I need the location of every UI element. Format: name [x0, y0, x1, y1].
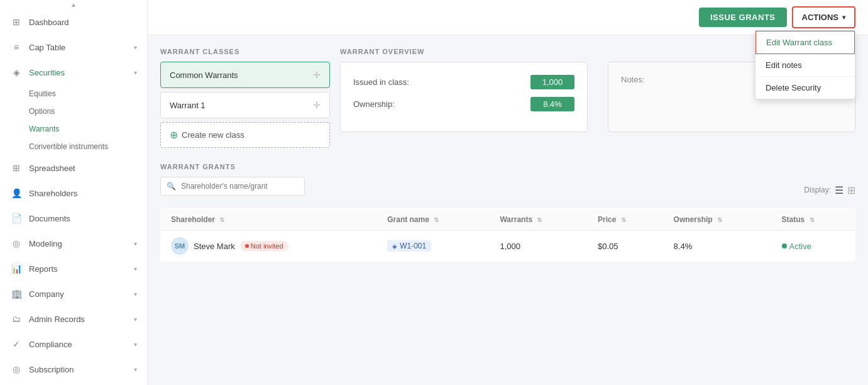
- sidebar-sub-convertible[interactable]: Convertible instruments: [29, 138, 147, 155]
- sidebar-item-spreadsheet[interactable]: ⊞ Spreadsheet: [0, 155, 147, 181]
- search-icon: 🔍: [167, 182, 176, 191]
- col-status[interactable]: Status ⇅: [772, 209, 855, 231]
- sort-icon: ⇅: [434, 216, 439, 223]
- list-view-button[interactable]: ☰: [835, 184, 843, 196]
- sidebar-item-securities[interactable]: ◈ Securities ▾: [0, 60, 147, 85]
- invite-status-badge: Not invited: [240, 241, 288, 251]
- sidebar-item-cap-table[interactable]: ≡ Cap Table ▾: [0, 35, 147, 60]
- shareholder-cell: SM Steve Mark Not invited: [161, 231, 378, 262]
- ownership-label: Ownership:: [353, 99, 530, 109]
- grants-table-body: SM Steve Mark Not invited ◈: [161, 231, 855, 262]
- scroll-up[interactable]: ▲: [0, 0, 147, 9]
- sidebar-item-label: Shareholders: [29, 189, 137, 198]
- sidebar-item-label: Modeling: [29, 239, 134, 248]
- sort-icon: ⇅: [219, 216, 224, 223]
- warrant-top-row: WARRANT CLASSES Common Warrants ✛ Warran…: [160, 48, 855, 148]
- class-label: Common Warrants: [170, 70, 238, 80]
- actions-dropdown: Edit Warrant class Edit notes Delete Sec…: [755, 30, 855, 99]
- create-class-label: Create new class: [182, 130, 244, 140]
- chevron-icon: ▾: [134, 44, 137, 51]
- company-icon: 🏢: [10, 287, 23, 300]
- status-dot: [245, 244, 249, 248]
- actions-label: ACTIONS: [802, 13, 839, 22]
- compliance-icon: ✓: [10, 338, 23, 350]
- securities-submenu: Equities Options Warrants Convertible in…: [0, 85, 147, 155]
- sidebar-item-modeling[interactable]: ◎ Modeling ▾: [0, 231, 147, 256]
- sidebar-item-compliance[interactable]: ✓ Compliance ▾: [0, 332, 147, 357]
- sidebar-item-reports[interactable]: 📊 Reports ▾: [0, 256, 147, 281]
- sidebar-sub-equities[interactable]: Equities: [29, 85, 147, 103]
- dropdown-edit-warrant-class[interactable]: Edit Warrant class: [755, 31, 855, 54]
- dropdown-delete-security[interactable]: Delete Security: [755, 77, 855, 99]
- ownership-row: Ownership: 8.4%: [353, 97, 574, 111]
- sidebar-sub-options[interactable]: Options: [29, 103, 147, 120]
- top-bar: ISSUE GRANTS ACTIONS ▾ Edit Warrant clas…: [148, 0, 868, 35]
- chevron-icon: ▾: [134, 240, 137, 247]
- issued-value-badge: 1,000: [530, 75, 574, 89]
- sort-icon: ⇅: [810, 216, 815, 223]
- col-shareholder[interactable]: Shareholder ⇅: [161, 209, 378, 231]
- sort-icon: ⇅: [621, 216, 626, 223]
- class-item-common-warrants[interactable]: Common Warrants ✛: [160, 62, 330, 88]
- active-dot: [782, 243, 787, 248]
- sidebar-item-admin-records[interactable]: 🗂 Admin Records ▾: [0, 306, 147, 332]
- sidebar-item-label: Cap Table: [29, 43, 134, 52]
- warrant-grants-section: WARRANT GRANTS 🔍 Display: ☰ ⊞ Share: [160, 163, 855, 262]
- warrants-cell: 1,000: [490, 231, 588, 262]
- actions-button[interactable]: ACTIONS ▾: [792, 6, 856, 28]
- sidebar-item-subscription[interactable]: ◎ Subscription ▾: [0, 357, 147, 382]
- search-bar: 🔍: [160, 177, 305, 196]
- price-cell: $0.05: [588, 231, 664, 262]
- ownership-value-badge: 8.4%: [530, 97, 574, 111]
- scroll-down[interactable]: ▼: [0, 382, 147, 385]
- chevron-icon: ▾: [134, 291, 137, 298]
- grid-view-button[interactable]: ⊞: [847, 184, 855, 196]
- sidebar-item-dashboard[interactable]: ⊞ Dashboard: [0, 9, 147, 35]
- sidebar-item-documents[interactable]: 📄 Documents: [0, 206, 147, 231]
- issue-grants-button[interactable]: ISSUE GRANTS: [699, 8, 787, 27]
- avatar: SM: [171, 237, 189, 255]
- chevron-down-icon: ▾: [842, 14, 845, 21]
- grant-icon: ◈: [392, 243, 397, 250]
- issued-label: Issued in class:: [353, 77, 530, 87]
- ownership-cell: 8.4%: [664, 231, 772, 262]
- col-price[interactable]: Price ⇅: [588, 209, 664, 231]
- grant-name: W1-001: [400, 242, 426, 250]
- class-item-warrant-1[interactable]: Warrant 1 ✛: [160, 92, 330, 118]
- dropdown-edit-notes[interactable]: Edit notes: [755, 54, 855, 77]
- class-label: Warrant 1: [170, 101, 206, 110]
- col-warrants[interactable]: Warrants ⇅: [490, 209, 588, 231]
- grant-name-cell: ◈ W1-001: [377, 231, 490, 262]
- grants-table: Shareholder ⇅ Grant name ⇅ Warrants ⇅: [160, 208, 855, 262]
- display-toggle: Display: ☰ ⊞: [804, 184, 855, 196]
- sidebar-item-label: Spreadsheet: [29, 164, 137, 173]
- warrant-classes-panel: WARRANT CLASSES Common Warrants ✛ Warran…: [160, 48, 330, 148]
- sort-icon: ⇅: [537, 216, 542, 223]
- col-grant-name[interactable]: Grant name ⇅: [377, 209, 490, 231]
- sidebar: ▲ ⊞ Dashboard ≡ Cap Table ▾ ◈ Securities…: [0, 0, 148, 385]
- overview-stats-panel: Issued in class: 1,000 Ownership: 8.4%: [340, 62, 588, 132]
- documents-icon: 📄: [10, 212, 23, 225]
- sidebar-item-label: Admin Records: [29, 315, 134, 324]
- create-new-class-button[interactable]: ⊕ Create new class: [160, 122, 330, 148]
- drag-handle-icon: ✛: [313, 100, 321, 110]
- sidebar-item-company[interactable]: 🏢 Company ▾: [0, 281, 147, 306]
- grant-badge: ◈ W1-001: [387, 240, 431, 252]
- plus-icon: ⊕: [170, 129, 178, 141]
- search-input[interactable]: [160, 177, 305, 196]
- sidebar-sub-warrants[interactable]: Warrants: [29, 120, 147, 138]
- sidebar-item-shareholders[interactable]: 👤 Shareholders: [0, 181, 147, 206]
- ownership-value: 8.4%: [674, 242, 693, 251]
- securities-icon: ◈: [10, 66, 23, 79]
- col-ownership[interactable]: Ownership ⇅: [664, 209, 772, 231]
- sort-icon: ⇅: [717, 216, 722, 223]
- display-label: Display:: [804, 186, 831, 194]
- main-content: ISSUE GRANTS ACTIONS ▾ Edit Warrant clas…: [148, 0, 868, 385]
- status-cell: Active: [772, 231, 855, 262]
- sidebar-item-label: Reports: [29, 264, 134, 274]
- sidebar-item-label: Securities: [29, 68, 134, 77]
- warrants-value: 1,000: [500, 242, 520, 251]
- sidebar-item-label: Dashboard: [29, 18, 137, 27]
- drag-handle-icon: ✛: [313, 70, 321, 80]
- sidebar-item-label: Subscription: [29, 365, 134, 374]
